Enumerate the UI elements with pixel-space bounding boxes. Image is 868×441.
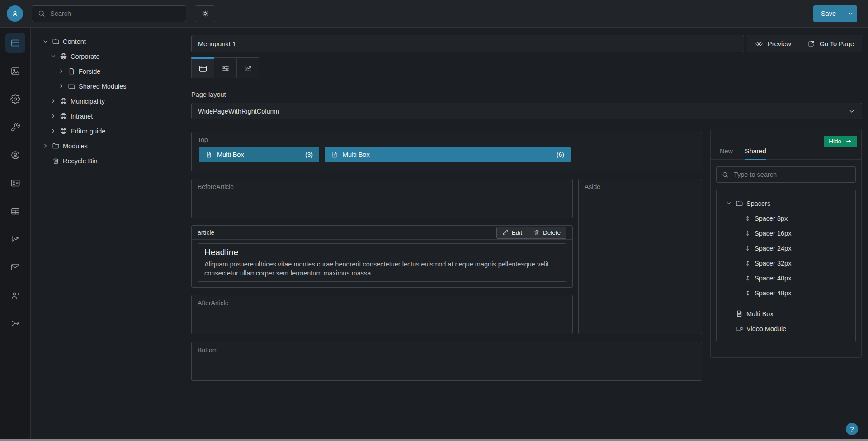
page-layout-select[interactable]: WidePageWithRightColumn — [191, 103, 862, 119]
tab-shared[interactable]: Shared — [745, 147, 766, 160]
tree-item-label: Content — [63, 38, 86, 45]
chevron-right-icon[interactable] — [42, 142, 49, 149]
article-body-text: Aliquam posuere ultrices vitae montes cu… — [204, 260, 560, 278]
tree-item-label: Shared Modules — [79, 83, 127, 90]
tree-item-forside[interactable]: Forside — [31, 64, 185, 79]
user-avatar[interactable] — [7, 5, 23, 22]
chevron-right-icon[interactable] — [50, 98, 57, 104]
region-after-article[interactable]: AfterArticle — [191, 295, 573, 334]
chevron-down-icon — [848, 10, 854, 17]
tree-item-intranet[interactable]: Intranet — [31, 109, 185, 123]
tree-item-label: Multi Box — [746, 310, 774, 318]
tree-item-municipality[interactable]: Municipality — [31, 94, 185, 109]
tree-item-content[interactable]: Content — [31, 34, 185, 49]
spacer-arrows-icon — [744, 260, 751, 267]
tree-item-spacer-32[interactable]: Spacer 32px — [717, 256, 855, 270]
module-count-badge: (6) — [557, 151, 564, 158]
document-icon — [736, 310, 743, 318]
tree-item-label: Spacer 8px — [755, 215, 788, 222]
tab-settings[interactable] — [214, 57, 237, 78]
tab-content[interactable] — [191, 57, 214, 78]
tree-item-spacer-24[interactable]: Spacer 24px — [717, 241, 855, 256]
chevron-down-icon[interactable] — [50, 53, 57, 60]
arrow-right-icon — [845, 138, 852, 145]
rail-item-invite-user[interactable] — [5, 285, 25, 305]
tree-item-spacer-16[interactable]: Spacer 16px — [717, 226, 855, 241]
global-search-input[interactable] — [50, 10, 180, 17]
tree-item-shared-modules[interactable]: Shared Modules — [31, 79, 185, 94]
tree-item-label: Corporate — [71, 53, 99, 60]
horizontal-scrollbar[interactable] — [0, 439, 868, 441]
module-chip-multibox-2[interactable]: Multi Box (6) — [325, 147, 571, 162]
region-bottom[interactable]: Bottom — [191, 342, 702, 381]
region-aside[interactable]: Aside — [578, 179, 702, 334]
global-search[interactable] — [32, 5, 186, 22]
tab-new[interactable]: New — [720, 147, 733, 159]
tree-item-editor-guide[interactable]: Editor guide — [31, 123, 185, 138]
save-button[interactable]: Save — [813, 5, 844, 22]
rail-item-tables[interactable] — [5, 201, 25, 221]
edit-button[interactable]: Edit — [497, 227, 528, 238]
rail-item-tools[interactable] — [5, 117, 25, 137]
external-link-icon — [807, 40, 815, 48]
tree-item-spacer-40[interactable]: Spacer 40px — [717, 270, 855, 285]
chevron-down-icon[interactable] — [726, 200, 732, 207]
search-icon — [38, 9, 46, 18]
save-options-button[interactable] — [844, 5, 857, 22]
tree-item-modules[interactable]: Modules — [31, 138, 185, 153]
rail-item-account[interactable] — [5, 145, 25, 165]
rail-item-mail[interactable] — [5, 257, 25, 277]
tree-item-multi-box[interactable]: Multi Box — [717, 306, 855, 321]
page-title-input[interactable] — [191, 35, 744, 52]
tab-analytics[interactable] — [236, 57, 259, 78]
page-actions-group: Preview Go To Page — [747, 35, 862, 52]
chevron-right-icon[interactable] — [58, 68, 65, 75]
delete-button[interactable]: Delete — [528, 227, 566, 238]
tree-item-spacers[interactable]: Spacers — [717, 196, 855, 211]
spacer-arrows-icon — [744, 230, 751, 237]
go-to-page-button[interactable]: Go To Page — [799, 35, 862, 52]
window-icon — [10, 38, 20, 48]
tree-item-corporate[interactable]: Corporate — [31, 49, 185, 64]
spacer-arrows-icon — [744, 245, 751, 252]
tree-item-video-module[interactable]: Video Module — [717, 321, 855, 336]
modules-search-input[interactable] — [734, 171, 850, 178]
user-plus-icon — [10, 290, 20, 300]
pencil-icon — [502, 229, 509, 236]
module-chip-multibox-1[interactable]: Multi Box (3) — [199, 147, 319, 162]
editor-tabs — [191, 57, 862, 78]
theme-toggle-button[interactable] — [195, 5, 215, 22]
chevron-right-icon[interactable] — [58, 83, 65, 90]
rail-item-analytics[interactable] — [5, 229, 25, 249]
rail-item-content[interactable] — [5, 33, 25, 53]
tree-item-spacer-8[interactable]: Spacer 8px — [717, 211, 855, 226]
sun-icon — [201, 9, 209, 18]
tree-item-recycle-bin[interactable]: Recycle Bin — [31, 153, 185, 168]
modules-search[interactable] — [716, 166, 856, 183]
rail-item-contacts[interactable] — [5, 173, 25, 193]
region-article[interactable]: article Edit Delete — [191, 225, 573, 288]
preview-button[interactable]: Preview — [747, 35, 799, 52]
merge-arrow-icon — [10, 318, 20, 328]
rail-item-media[interactable] — [5, 61, 25, 81]
hide-panel-button[interactable]: Hide — [824, 136, 857, 147]
layout-regions: Top Multi Box (3) Multi Box (6) BeforeAr… — [191, 132, 702, 381]
chevron-right-icon[interactable] — [50, 113, 57, 119]
spacer-arrows-icon — [744, 289, 751, 297]
rail-item-merge[interactable] — [5, 313, 25, 333]
tree-item-spacer-48[interactable]: Spacer 48px — [717, 285, 855, 300]
top-bar: Save — [0, 0, 868, 28]
article-actions: Edit Delete — [496, 227, 566, 239]
sliders-icon — [221, 64, 230, 73]
chevron-down-icon[interactable] — [42, 38, 49, 45]
chevron-right-icon[interactable] — [50, 128, 57, 134]
region-top[interactable]: Top Multi Box (3) Multi Box (6) — [191, 132, 702, 171]
region-before-article[interactable]: BeforeArticle — [191, 179, 573, 218]
person-icon — [10, 9, 19, 18]
globe-icon — [60, 112, 67, 120]
envelope-icon — [10, 262, 20, 272]
rail-item-settings[interactable] — [5, 89, 25, 109]
help-button[interactable]: ? — [846, 423, 858, 435]
article-content-card[interactable]: Headline Aliquam posuere ultrices vitae … — [198, 243, 566, 282]
trash-icon — [52, 157, 60, 165]
